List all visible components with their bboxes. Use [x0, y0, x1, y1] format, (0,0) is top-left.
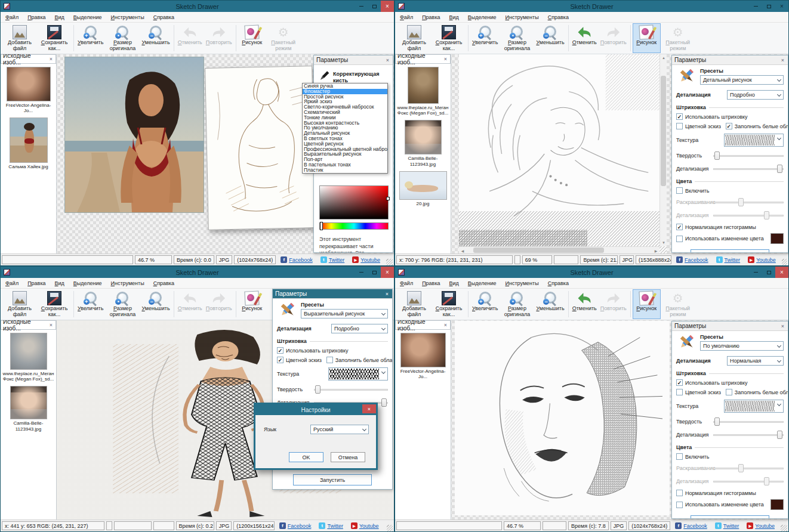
use-color-change-checkbox[interactable]: Использовать изменение цвета	[676, 502, 764, 508]
menu-selection[interactable]: Выделение	[468, 14, 497, 20]
horizontal-scrollbar[interactable]: ◀▶	[459, 246, 659, 253]
source-thumbnail[interactable]: Сальма Хайек.jpg	[2, 117, 55, 169]
menu-edit[interactable]: Правка	[422, 280, 440, 286]
source-thumbnail[interactable]: 20.jpg	[396, 171, 449, 206]
menu-help[interactable]: Справка	[548, 280, 569, 286]
twitter-link[interactable]: tTwitter	[716, 256, 741, 263]
menu-help[interactable]: Справка	[153, 14, 174, 20]
facebook-link[interactable]: fFacebook	[281, 256, 313, 263]
run-button[interactable]: Запустить	[691, 249, 769, 252]
window-titlebar[interactable]: Sketch Drawer ×	[395, 267, 788, 278]
menu-tools[interactable]: Инструменты	[506, 14, 539, 20]
preset-option-selected[interactable]: Фломастер	[303, 89, 387, 94]
menu-selection[interactable]: Выделение	[73, 14, 102, 20]
preset-option[interactable]: Тонкие линии	[303, 115, 387, 120]
menu-edit[interactable]: Правка	[422, 14, 440, 20]
vertical-scroll-thumb[interactable]	[661, 76, 666, 186]
drawing-button[interactable]: Рисунок	[238, 289, 266, 319]
zoom-in-button[interactable]: +Увеличить	[76, 23, 105, 53]
maximize-button[interactable]	[368, 1, 381, 12]
preset-option[interactable]: Синяя ручка	[303, 83, 387, 89]
add-file-button[interactable]: Добавить файл	[2, 23, 37, 53]
window-titlebar[interactable]: Sketch Drawer ×	[1, 1, 394, 12]
scroll-right-icon[interactable]: ▶	[652, 247, 659, 253]
save-as-button[interactable]: Сохранить как...	[432, 289, 466, 319]
resize-grip[interactable]	[781, 525, 787, 531]
preset-option[interactable]: Пластик	[303, 168, 387, 173]
preset-option[interactable]: Яркий эскиз	[303, 99, 387, 104]
color-sketch-checkbox[interactable]: Цветной эскиз	[676, 389, 721, 395]
vertical-scrollbar[interactable]: ▲▼	[659, 54, 667, 246]
checkbox[interactable]: ✓	[676, 224, 683, 230]
color-sketch-checkbox[interactable]: ✓Цветной эскиз	[277, 357, 322, 363]
maximize-button[interactable]	[762, 1, 775, 12]
menu-file[interactable]: Файл	[5, 14, 19, 20]
menu-file[interactable]: Файл	[5, 280, 19, 286]
parameters-close-icon[interactable]: ×	[384, 291, 390, 297]
menu-help[interactable]: Справка	[153, 280, 174, 286]
ok-button[interactable]: OK	[289, 452, 323, 462]
dialog-close-button[interactable]: ×	[362, 404, 376, 413]
resize-grip[interactable]	[386, 259, 393, 265]
parameters-close-icon[interactable]: ×	[780, 323, 785, 329]
minimize-button[interactable]	[355, 1, 368, 12]
checkbox[interactable]	[676, 123, 683, 129]
save-as-button[interactable]: Сохранить как...	[432, 23, 466, 53]
texture-dropdown[interactable]	[724, 134, 784, 147]
checkbox[interactable]: ✓	[676, 379, 683, 386]
minimize-button[interactable]	[749, 1, 762, 12]
menu-tools[interactable]: Инструменты	[111, 280, 144, 286]
saturation-marker[interactable]	[386, 197, 390, 200]
zoom-in-button[interactable]: +Увеличить	[76, 289, 105, 319]
scroll-up-icon[interactable]: ▲	[660, 54, 667, 61]
zoom-out-button[interactable]: −Уменьшить	[140, 289, 171, 319]
detail-dropdown[interactable]: Подробно	[727, 90, 784, 100]
maximize-button[interactable]	[368, 267, 381, 278]
undo-button[interactable]: Отменить	[571, 289, 599, 319]
menu-help[interactable]: Справка	[548, 14, 569, 20]
minimize-button[interactable]	[749, 267, 762, 278]
checkbox[interactable]	[326, 357, 333, 363]
zoom-in-button[interactable]: +Увеличить	[470, 289, 500, 319]
twitter-link[interactable]: tTwitter	[320, 256, 345, 263]
checkbox[interactable]: ✓	[277, 347, 283, 354]
checkbox[interactable]: ✓	[277, 357, 283, 363]
save-as-button[interactable]: Сохранить как...	[37, 289, 72, 319]
preset-option[interactable]: Цветной рисунок	[303, 141, 387, 147]
preset-option[interactable]: Схематический	[303, 110, 387, 115]
parameters-close-icon[interactable]: ×	[385, 57, 390, 63]
fill-white-checkbox[interactable]: Заполнить белые области	[726, 389, 788, 395]
hardness-slider[interactable]	[713, 417, 784, 426]
add-file-button[interactable]: Добавить файл	[2, 289, 37, 319]
menu-view[interactable]: Вид	[449, 14, 459, 20]
checkbox[interactable]: ✓	[726, 123, 732, 129]
menu-selection[interactable]: Выделение	[468, 280, 497, 286]
window-titlebar[interactable]: Sketch Drawer ×	[395, 1, 788, 12]
twitter-link[interactable]: tTwitter	[715, 522, 739, 529]
horizontal-scroll-thumb[interactable]	[473, 248, 603, 253]
use-hatching-checkbox[interactable]: ✓Использовать штриховку	[277, 347, 388, 354]
color-picker[interactable]	[319, 185, 389, 230]
preset-option[interactable]: Детальный рисунок	[303, 131, 387, 136]
save-as-button[interactable]: Сохранить как...	[37, 23, 72, 53]
use-hatching-checkbox[interactable]: ✓Использовать штриховку	[676, 379, 784, 386]
canvas[interactable]	[455, 321, 670, 515]
presets-dropdown[interactable]: По умолчанию	[700, 341, 784, 351]
hue-bar[interactable]	[319, 222, 389, 230]
menu-view[interactable]: Вид	[55, 14, 64, 20]
presets-dropdown[interactable]: Выразительный рисунок	[301, 309, 388, 318]
minimize-button[interactable]	[355, 267, 368, 278]
checkbox[interactable]	[676, 236, 683, 242]
close-button[interactable]: ×	[775, 267, 788, 278]
run-button[interactable]: Запустить	[293, 474, 372, 485]
texture-dropdown[interactable]	[328, 367, 388, 381]
fill-white-checkbox[interactable]: ✓Заполнить белые области	[726, 123, 788, 129]
canvas[interactable]: ▲▼ ◀▶	[459, 54, 667, 253]
resize-grip[interactable]	[387, 525, 393, 531]
preset-option[interactable]: В светлых тонах	[303, 136, 387, 141]
parameters-close-icon[interactable]: ×	[780, 57, 785, 63]
language-dropdown[interactable]: Русский	[310, 425, 369, 434]
preset-option[interactable]: По умолчанию	[303, 125, 387, 131]
maximize-button[interactable]	[762, 267, 775, 278]
close-button[interactable]: ×	[381, 267, 394, 278]
